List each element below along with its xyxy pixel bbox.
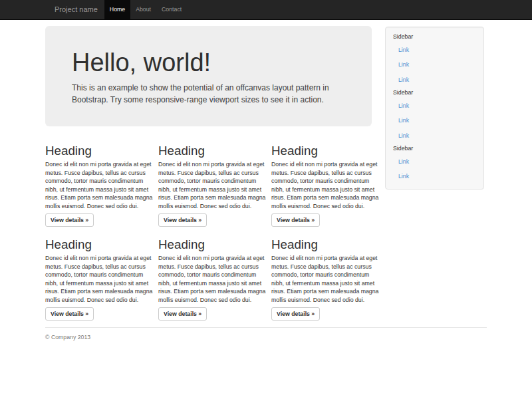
view-details-button[interactable]: View details » <box>271 213 320 227</box>
card-body-text: Donec id elit non mi porta gravida at eg… <box>45 160 153 210</box>
sidebar-group-3: Sidebar Link Link <box>386 143 483 184</box>
footer-divider <box>45 327 487 328</box>
sidebar-group-1: Sidebar Link Link Link <box>386 31 483 87</box>
card-heading: Heading <box>45 144 153 158</box>
card-5: Heading Donec id elit non mi porta gravi… <box>158 237 266 321</box>
view-details-button[interactable]: View details » <box>45 307 94 321</box>
card-body-text: Donec id elit non mi porta gravida at eg… <box>271 160 379 210</box>
card-3: Heading Donec id elit non mi porta gravi… <box>271 144 379 227</box>
card-heading: Heading <box>158 144 266 158</box>
card-6: Heading Donec id elit non mi porta gravi… <box>271 237 379 321</box>
navbar-container: Project name Home About Contact <box>45 0 487 19</box>
card-2: Heading Donec id elit non mi porta gravi… <box>158 144 266 227</box>
sidebar-link[interactable]: Link <box>386 128 483 144</box>
nav-link-about[interactable]: About <box>130 0 156 19</box>
nav-link-contact[interactable]: Contact <box>156 0 187 19</box>
view-details-button[interactable]: View details » <box>158 213 207 227</box>
card-heading: Heading <box>45 237 153 252</box>
card-body-text: Donec id elit non mi porta gravida at eg… <box>45 254 153 304</box>
sidebar-group-header: Sidebar <box>386 31 483 43</box>
cards-grid: Heading Donec id elit non mi porta gravi… <box>45 144 379 321</box>
page-container: Hello, world! This is an example to show… <box>45 26 487 340</box>
main-row: Hello, world! This is an example to show… <box>45 26 487 321</box>
card-body-text: Donec id elit non mi porta gravida at eg… <box>271 254 379 304</box>
sidebar-well: Sidebar Link Link Link Sidebar Link Link… <box>385 27 484 190</box>
copyright-text: © Company 2013 <box>45 334 487 340</box>
nav-link-home[interactable]: Home <box>104 0 130 19</box>
card-heading: Heading <box>271 237 379 252</box>
top-navbar: Project name Home About Contact <box>0 0 532 20</box>
card-4: Heading Donec id elit non mi porta gravi… <box>45 237 153 321</box>
page-title: Hello, world! <box>72 49 345 76</box>
card-body-text: Donec id elit non mi porta gravida at eg… <box>158 254 266 304</box>
sidebar-link[interactable]: Link <box>386 57 483 72</box>
nav-item-about: About <box>130 0 156 19</box>
jumbotron: Hello, world! This is an example to show… <box>45 26 372 126</box>
sidebar-group-header: Sidebar <box>386 87 483 98</box>
brand-link[interactable]: Project name <box>45 0 104 19</box>
nav-item-contact: Contact <box>156 0 187 19</box>
navbar-menu: Home About Contact <box>104 0 187 19</box>
sidebar-link[interactable]: Link <box>386 154 483 170</box>
sidebar-group-header: Sidebar <box>386 143 483 154</box>
sidebar-link[interactable]: Link <box>386 98 483 114</box>
main-content: Hello, world! This is an example to show… <box>45 26 379 321</box>
jumbotron-text: This is an example to show the potential… <box>72 82 345 106</box>
page-footer: © Company 2013 <box>45 334 487 340</box>
nav-item-home: Home <box>104 0 130 19</box>
view-details-button[interactable]: View details » <box>45 213 94 227</box>
card-heading: Heading <box>158 237 266 252</box>
sidebar-link[interactable]: Link <box>386 113 483 128</box>
sidebar-group-2: Sidebar Link Link Link <box>386 87 483 143</box>
view-details-button[interactable]: View details » <box>158 307 207 321</box>
sidebar-link[interactable]: Link <box>386 169 483 184</box>
card-heading: Heading <box>271 144 379 158</box>
card-body-text: Donec id elit non mi porta gravida at eg… <box>158 160 266 210</box>
view-details-button[interactable]: View details » <box>271 307 320 321</box>
sidebar-link[interactable]: Link <box>386 43 483 58</box>
sidebar-link[interactable]: Link <box>386 72 483 88</box>
card-1: Heading Donec id elit non mi porta gravi… <box>45 144 153 227</box>
